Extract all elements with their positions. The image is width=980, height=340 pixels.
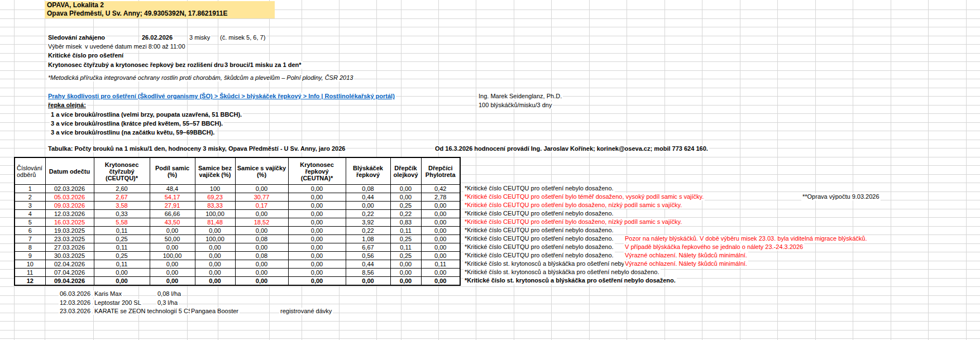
value-cell[interactable]: 83,33 (195, 202, 235, 210)
value-cell[interactable]: 0,00 (390, 269, 421, 277)
value-cell[interactable]: 0,17 (235, 202, 288, 210)
row-number-cell[interactable]: 12 (15, 277, 45, 286)
value-cell[interactable]: 3,58 (94, 202, 150, 210)
value-cell[interactable]: 0,00 (195, 252, 235, 260)
value-cell[interactable]: 0,00 (288, 252, 346, 260)
column-header[interactable]: Podíl samic (%) (150, 157, 195, 185)
date-cell[interactable]: 12.03.2026 (45, 210, 94, 218)
column-header[interactable]: Krytonosec řepkový (CEUTNA)* (288, 157, 346, 185)
value-cell[interactable]: 43,50 (150, 218, 195, 227)
value-cell[interactable]: 81,48 (195, 218, 235, 227)
value-cell[interactable]: 0,00 (150, 227, 195, 235)
value-cell[interactable]: 0,00 (421, 235, 460, 243)
value-cell[interactable]: 48,4 (150, 185, 195, 193)
row-number-cell[interactable]: 6 (15, 227, 45, 235)
value-cell[interactable]: 0,22 (390, 210, 421, 218)
value-cell[interactable]: 0,22 (346, 210, 390, 218)
value-cell[interactable]: 0,00 (288, 260, 346, 269)
row-number-cell[interactable]: 11 (15, 269, 45, 277)
value-cell[interactable]: 100 (195, 185, 235, 193)
value-cell[interactable]: 0,00 (150, 277, 195, 286)
value-cell[interactable]: 0,00 (421, 243, 460, 252)
value-cell[interactable]: 5,58 (94, 218, 150, 227)
value-cell[interactable]: 0,00 (235, 227, 288, 235)
value-cell[interactable]: 0,00 (235, 210, 288, 218)
row-number-cell[interactable]: 8 (15, 243, 45, 252)
column-header[interactable]: Blýskáček řepkový (346, 157, 390, 185)
date-cell[interactable]: 19.03.2025 (45, 227, 94, 235)
value-cell[interactable]: 0,00 (150, 260, 195, 269)
value-cell[interactable]: 0,00 (288, 277, 346, 286)
value-cell[interactable]: 1,08 (346, 235, 390, 243)
value-cell[interactable]: 2,78 (421, 193, 460, 202)
row-number-cell[interactable]: 7 (15, 235, 45, 243)
value-cell[interactable]: 0,25 (390, 252, 421, 260)
value-cell[interactable]: 0,00 (288, 202, 346, 210)
value-cell[interactable]: 0,00 (195, 277, 235, 286)
value-cell[interactable]: 0,00 (94, 277, 150, 286)
value-cell[interactable]: 54,17 (150, 193, 195, 202)
value-cell[interactable]: 0,00 (421, 269, 460, 277)
value-cell[interactable]: 0,00 (288, 185, 346, 193)
value-cell[interactable]: 0,00 (346, 277, 390, 286)
value-cell[interactable]: 0,11 (390, 243, 421, 252)
value-cell[interactable]: 6,67 (346, 243, 390, 252)
value-cell[interactable]: 0,00 (94, 269, 150, 277)
value-cell[interactable]: 8,56 (346, 269, 390, 277)
value-cell[interactable]: 0,00 (288, 235, 346, 243)
row-number-cell[interactable]: 1 (15, 185, 45, 193)
value-cell[interactable]: 0,00 (288, 218, 346, 227)
value-cell[interactable]: 0,00 (235, 243, 288, 252)
value-cell[interactable]: 30,77 (235, 193, 288, 202)
value-cell[interactable]: 0,00 (235, 185, 288, 193)
value-cell[interactable]: 0,25 (390, 235, 421, 243)
value-cell[interactable]: 0,00 (421, 252, 460, 260)
value-cell[interactable]: 0,11 (94, 243, 150, 252)
date-cell[interactable]: 16.03.2025 (45, 218, 94, 227)
value-cell[interactable]: 0,00 (390, 277, 421, 286)
row-number-cell[interactable]: 9 (15, 252, 45, 260)
value-cell[interactable]: 0,00 (195, 260, 235, 269)
column-header[interactable]: Číslování odběrů (15, 157, 45, 185)
column-header[interactable]: Samice s vajíčky (%) (235, 157, 288, 185)
date-cell[interactable]: 30.03.2025 (45, 252, 94, 260)
value-cell[interactable]: 0,25 (94, 252, 150, 260)
row-number-cell[interactable]: 3 (15, 202, 45, 210)
row-number-cell[interactable]: 4 (15, 210, 45, 218)
value-cell[interactable]: 0,44 (346, 260, 390, 269)
column-header[interactable]: Dřepčíci Phylotreta (421, 157, 460, 185)
date-cell[interactable]: 07.04.2026 (45, 269, 94, 277)
row-number-cell[interactable]: 10 (15, 260, 45, 269)
value-cell[interactable]: 0,00 (235, 269, 288, 277)
value-cell[interactable]: 0,00 (390, 260, 421, 269)
value-cell[interactable]: 66,66 (150, 210, 195, 218)
value-cell[interactable]: 0,00 (150, 269, 195, 277)
value-cell[interactable]: 0,11 (421, 260, 460, 269)
value-cell[interactable]: 0,08 (235, 252, 288, 260)
value-cell[interactable]: 50,00 (150, 235, 195, 243)
value-cell[interactable]: 3,92 (346, 218, 390, 227)
value-cell[interactable]: 0,08 (346, 185, 390, 193)
value-cell[interactable]: 0,56 (346, 252, 390, 260)
column-header[interactable]: Datum odečtu (45, 157, 94, 185)
value-cell[interactable]: 0,00 (421, 227, 460, 235)
value-cell[interactable]: 0,00 (235, 260, 288, 269)
date-cell[interactable]: 09.04.2026 (45, 277, 94, 286)
value-cell[interactable]: 27,91 (150, 202, 195, 210)
value-cell[interactable]: 0,00 (288, 193, 346, 202)
value-cell[interactable]: 0,11 (94, 227, 150, 235)
value-cell[interactable]: 0,25 (390, 202, 421, 210)
date-cell[interactable]: 05.03.2026 (45, 193, 94, 202)
value-cell[interactable]: 0,42 (421, 185, 460, 193)
value-cell[interactable]: 0,83 (390, 218, 421, 227)
value-cell[interactable]: 0,11 (390, 227, 421, 235)
value-cell[interactable]: 0,00 (288, 243, 346, 252)
value-cell[interactable]: 69,23 (195, 193, 235, 202)
value-cell[interactable]: 0,08 (235, 235, 288, 243)
column-header[interactable]: Krytonosec čtyřzubý (CEUTQU)* (94, 157, 150, 185)
value-cell[interactable]: 2,67 (94, 193, 150, 202)
date-cell[interactable]: 02.04.2026 (45, 260, 94, 269)
value-cell[interactable]: 0,33 (94, 210, 150, 218)
value-cell[interactable]: 18,52 (235, 218, 288, 227)
column-header[interactable]: Dřepčík olejkový (390, 157, 421, 185)
